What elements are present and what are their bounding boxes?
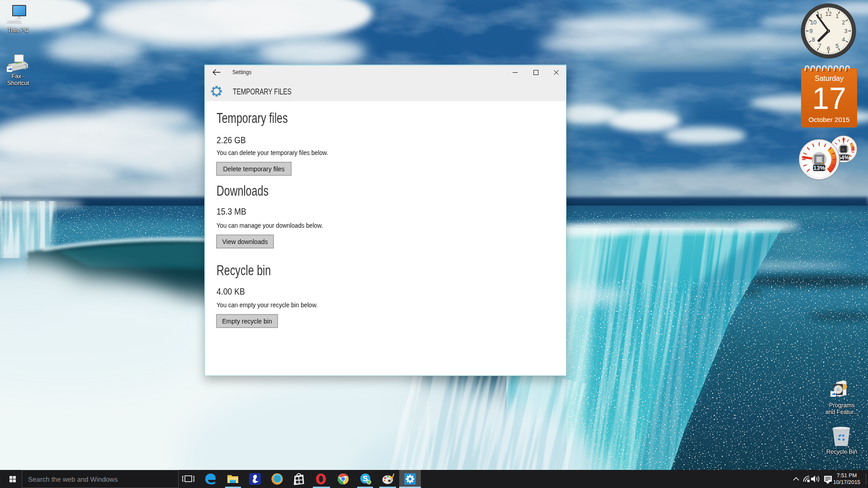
svg-text:4: 4 (842, 37, 845, 43)
svg-text:9: 9 (810, 28, 813, 34)
svg-text:13%: 13% (813, 164, 825, 171)
svg-text:1: 1 (835, 13, 839, 19)
svg-text:7: 7 (818, 43, 821, 49)
svg-text:12: 12 (826, 11, 832, 17)
svg-text:17: 17 (812, 81, 846, 115)
svg-text:10: 10 (810, 19, 816, 26)
svg-text:2: 2 (842, 19, 845, 26)
svg-text:3: 3 (844, 28, 848, 34)
svg-text:5: 5 (835, 43, 839, 49)
svg-text:8: 8 (812, 37, 815, 43)
svg-text:October 2015: October 2015 (809, 116, 850, 123)
svg-text:6: 6 (827, 46, 830, 52)
